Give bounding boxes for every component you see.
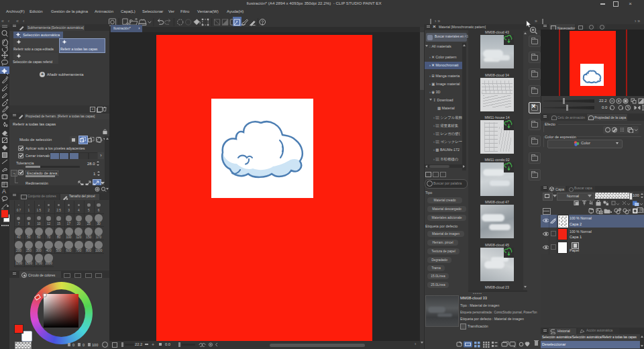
svg-text:A: A <box>2 188 6 195</box>
